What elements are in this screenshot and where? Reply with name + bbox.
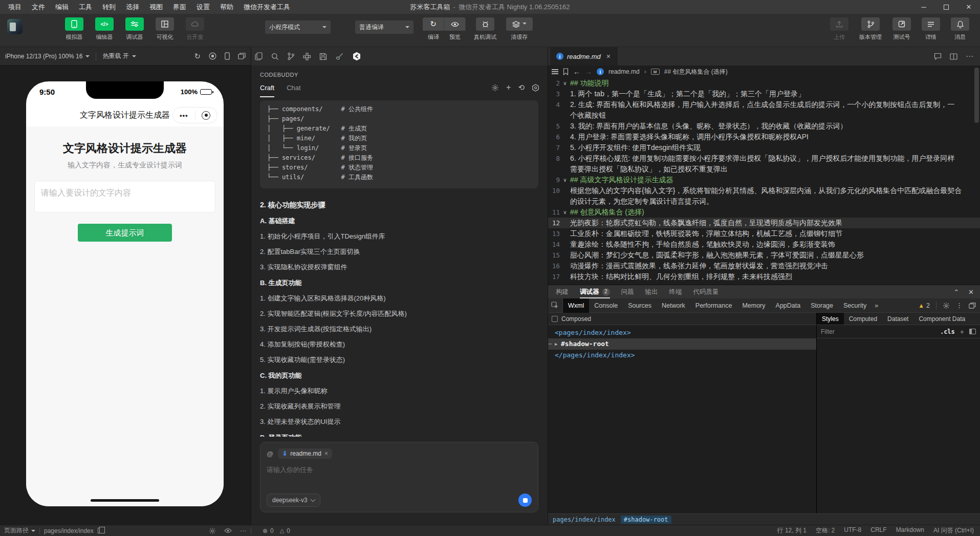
breadcrumb-section[interactable]: ## 创意风格集合 (选择) (664, 68, 728, 76)
tab-readme[interactable]: i readme.md × (550, 47, 617, 66)
devtools-settings-icon[interactable] (943, 302, 950, 309)
history-icon[interactable]: ⟲ (518, 83, 525, 92)
version-manage-button[interactable]: 版本管理 (857, 17, 884, 41)
message-button[interactable]: 消息 (948, 17, 972, 41)
breadcrumb-node[interactable]: pages/index/index (553, 516, 616, 523)
breadcrumb-file[interactable]: readme.md (608, 68, 640, 75)
menu-item[interactable]: 界面 (168, 0, 191, 14)
git-branch-icon[interactable] (288, 52, 294, 60)
debugger-panel-tab[interactable]: 构建 (556, 285, 569, 298)
fold-icon[interactable]: ∨ (560, 207, 570, 218)
split-editor-icon[interactable] (950, 53, 957, 60)
user-hexagon-icon[interactable] (532, 84, 539, 92)
editor-line[interactable]: 14童趣涂绘：线条随性不拘，手绘自然质感，笔触欢快灵动，边缘圆润，多彩渐变装饰 (548, 239, 980, 250)
visual-button[interactable]: 可视化 (153, 17, 177, 41)
current-page-path[interactable]: pages/index/index (44, 527, 94, 534)
menu-item[interactable]: 项目 (3, 0, 27, 14)
generate-button[interactable]: 生成提示词 (78, 224, 172, 242)
inspect-element-icon[interactable] (548, 298, 563, 313)
close-button[interactable]: ✕ (957, 0, 980, 14)
files-icon[interactable] (255, 52, 263, 60)
devtools-tab-network[interactable]: Network (657, 298, 690, 313)
editor-scrollbar[interactable] (974, 68, 979, 123)
debugger-panel-tab[interactable]: 代码质量 (693, 285, 719, 298)
compile-button[interactable]: ↻ 编译 (423, 17, 444, 41)
editor-content[interactable]: 2∨## 功能说明31. 两个 tab，第一个是「生成」；第二个是「我的」；第三… (548, 78, 980, 285)
editor-line[interactable]: 11∨## 创意风格集合 (选择) (548, 207, 980, 218)
new-chat-icon[interactable]: + (506, 83, 511, 92)
editor-line[interactable]: 17科技方块：结构对比鲜明、几何分割重组，排列规整，未来科技感强烈 (548, 271, 980, 282)
styles-tab[interactable]: Dataset (882, 313, 913, 325)
editor-line[interactable]: 15甜心风潮：梦幻少女气息，圆弧柔和字形，融入泡泡糖果元素，字体可爱圆润，点缀星… (548, 250, 980, 261)
editor-line[interactable]: 86. 小程序核心规范: 使用复制功能需要按小程序要求弹出授权「隐私协议」，用户… (548, 153, 980, 164)
compile-condition-icon[interactable] (209, 527, 216, 534)
menu-item[interactable]: 工具 (74, 0, 97, 14)
devtools-tab-sources[interactable]: Sources (623, 298, 657, 313)
editor-line[interactable]: 31. 两个 tab，第一个是「生成」；第二个是「我的」；第三个「用户登录」 (548, 89, 980, 99)
brush-icon[interactable] (336, 53, 343, 60)
menu-item[interactable]: 选择 (121, 0, 144, 14)
simulator-button[interactable]: 模拟器 (62, 17, 86, 41)
task-input-placeholder[interactable]: 请输入你的任务 (267, 465, 532, 475)
editor-line[interactable]: 2∨## 功能说明 (548, 78, 980, 89)
menu-item[interactable]: 微信开发者工具 (238, 0, 295, 14)
cls-toggle[interactable]: .cls (940, 328, 955, 335)
editor-line[interactable]: 12光韵夜影：轮廓式霓虹勾勒，线条飘逸纤细，弧度自然，呈现透明质感与内部发光效果 (548, 218, 980, 228)
status-item[interactable]: 行 12, 列 1 (777, 526, 807, 535)
more-icon[interactable]: ⋯ (966, 52, 974, 61)
status-item[interactable]: AI 问答 (Ctrl+I) (933, 526, 974, 535)
mode-select[interactable]: 小程序模式 (265, 20, 331, 34)
expand-arrow-icon[interactable]: ▶ (555, 338, 561, 350)
close-tab-icon[interactable]: × (606, 52, 611, 60)
editor-line[interactable]: 64. 用户登录: 界面需要选择头像和昵称，调用小程序头像授权和昵称授权API (548, 132, 980, 142)
device-debug-button[interactable]: 真机调试 (472, 17, 498, 41)
editor-line[interactable]: 9∨## 高级文字风格设计提示生成器 (548, 175, 980, 185)
save-icon[interactable] (319, 53, 327, 60)
gear-icon[interactable] (491, 84, 499, 92)
mention-at[interactable]: @ (267, 450, 273, 458)
device-frame-icon[interactable] (225, 52, 230, 60)
status-item[interactable]: UTF-8 (844, 526, 861, 535)
maximize-button[interactable] (935, 0, 957, 14)
undock-icon[interactable] (969, 303, 976, 309)
record-icon[interactable] (209, 52, 216, 60)
menu-item[interactable]: 设置 (191, 0, 215, 14)
popout-window-icon[interactable] (238, 53, 246, 59)
nav-back-icon[interactable]: ← (573, 68, 580, 76)
fold-icon[interactable]: ∨ (560, 78, 570, 89)
devtools-tab-wxml[interactable]: Wxml (563, 298, 589, 313)
bookmark-icon[interactable] (563, 68, 569, 75)
menu-item[interactable]: 视图 (144, 0, 168, 14)
editor-line[interactable]: 16动漫爆炸：漫画式震撼效果，线条张力延伸，笔画放射状爆发，营造强烈视觉冲击 (548, 261, 980, 271)
tab-craft[interactable]: Craft (260, 84, 274, 97)
editor-line[interactable]: 53. 我的: 界面有用户的基本信息（头像、昵称、登录状态），我的收藏（收藏的提… (548, 121, 980, 132)
stop-button[interactable] (518, 494, 532, 507)
search-icon[interactable] (271, 53, 279, 60)
page-path-select[interactable]: 页面路径 (4, 526, 35, 535)
menu-item[interactable]: 转到 (97, 0, 121, 14)
styles-filter-input[interactable]: Filter (821, 328, 935, 335)
kebab-menu-icon[interactable]: ⋮ (956, 302, 963, 309)
editor-line[interactable]: 42. 生成: 界面有输入框和风格选择，用户输入并选择后，点生成会显示生成后的提… (548, 99, 980, 110)
add-style-icon[interactable]: + (960, 328, 964, 336)
more-icon[interactable]: ⋯ (240, 527, 247, 534)
more-menu-button[interactable]: ••• (173, 112, 195, 119)
context-chip-readme[interactable]: ⇓ readme.md × (278, 448, 332, 459)
compile-mode-select[interactable]: 普通编译 (355, 20, 413, 34)
extensions-icon[interactable] (303, 53, 311, 60)
restart-icon[interactable]: ↻ (194, 52, 201, 61)
menu-item[interactable]: 文件 (27, 0, 50, 14)
styles-tab[interactable]: Computed (844, 313, 882, 325)
error-counter[interactable]: ⊗ 0 (263, 527, 274, 534)
dock-panel-icon[interactable] (969, 329, 976, 334)
test-account-button[interactable]: 测试号 (890, 17, 913, 41)
upload-button[interactable]: 上传 (827, 17, 851, 41)
devtools-tab-console[interactable]: Console (589, 298, 623, 313)
debugger-panel-tab[interactable]: 调试器2 (580, 285, 610, 298)
devtools-tab-security[interactable]: Security (838, 298, 872, 313)
status-item[interactable]: CRLF (870, 526, 886, 535)
editor-line[interactable]: 的设计元素，为您定制专属设计语言提示词。 (548, 196, 980, 207)
device-select[interactable]: iPhone 12/13 (Pro) 100% 16 (5, 53, 90, 60)
status-item[interactable]: Markdown (896, 526, 924, 535)
tab-chat[interactable]: Chat (287, 84, 300, 97)
